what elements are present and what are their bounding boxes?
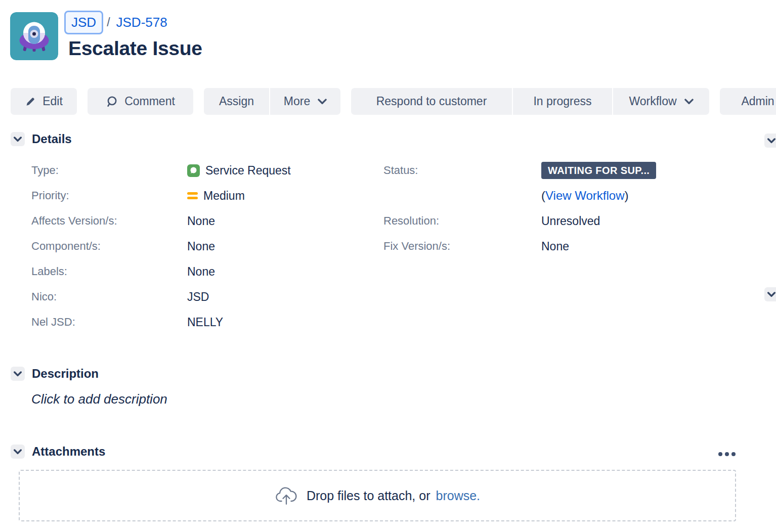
field-label: Nel JSD:: [31, 316, 187, 329]
field-value: None: [541, 240, 569, 253]
edit-button[interactable]: Edit: [11, 88, 77, 115]
admin-button[interactable]: Admin: [720, 88, 776, 115]
field-value: Unresolved: [541, 214, 600, 228]
breadcrumb-issue-link[interactable]: JSD-578: [116, 15, 167, 30]
field-value: JSD: [187, 290, 209, 304]
chevron-down-icon: [14, 371, 22, 377]
view-workflow-wrap: (View Workflow): [541, 189, 629, 203]
comment-button-label: Comment: [124, 95, 175, 108]
field-row-resolution: Resolution: Unresolved: [383, 208, 738, 234]
project-avatar: [10, 12, 58, 60]
page-title: Escalate Issue: [68, 37, 202, 60]
field-value: NELLY: [187, 316, 223, 329]
field-label: Component/s:: [31, 240, 187, 253]
details-section-title: Details: [32, 132, 72, 146]
right-panel-collapse-button[interactable]: [764, 134, 776, 148]
chevron-down-icon: [318, 99, 327, 105]
details-left-column: Type: Service Request Priority: Medium A…: [31, 158, 383, 335]
chevron-down-icon: [14, 137, 22, 142]
attachments-collapse-button[interactable]: [11, 445, 25, 459]
more-button[interactable]: More: [270, 88, 340, 115]
priority-value-text: Medium: [203, 189, 245, 203]
breadcrumb-separator: /: [107, 16, 110, 29]
respond-to-customer-label: Respond to customer: [376, 95, 487, 108]
view-workflow-link[interactable]: View Workflow: [545, 189, 625, 202]
more-button-label: More: [284, 95, 310, 108]
field-row-type: Type: Service Request: [31, 158, 383, 183]
description-collapse-button[interactable]: [11, 367, 25, 381]
field-value: None: [187, 214, 215, 228]
field-value: None: [187, 265, 215, 279]
assign-button[interactable]: Assign: [204, 88, 269, 115]
browse-link[interactable]: browse.: [436, 489, 481, 503]
type-value-text: Service Request: [205, 164, 291, 178]
admin-button-label: Admin: [741, 95, 774, 108]
chevron-down-icon: [14, 449, 22, 455]
description-placeholder[interactable]: Click to add description: [31, 391, 167, 407]
field-row-priority: Priority: Medium: [31, 183, 383, 208]
field-value: None: [187, 240, 215, 253]
dot: [731, 452, 736, 456]
field-row-components: Component/s: None: [31, 234, 383, 259]
paren-close: ): [625, 189, 629, 202]
attachments-section-title: Attachments: [32, 445, 105, 459]
details-section-header: Details: [11, 132, 72, 146]
chevron-down-icon: [684, 99, 694, 105]
field-label: Priority:: [31, 189, 187, 202]
field-label: Resolution:: [383, 214, 541, 228]
field-row-view-workflow: (View Workflow): [383, 183, 738, 208]
field-row-nico: Nico: JSD: [31, 284, 383, 309]
chevron-down-icon: [767, 138, 775, 144]
field-label: Nico:: [31, 290, 187, 303]
field-label: Affects Version/s:: [31, 214, 187, 228]
dot: [718, 452, 722, 456]
comment-icon: [106, 96, 118, 108]
description-section-header: Description: [11, 367, 99, 381]
assign-button-label: Assign: [219, 95, 254, 108]
breadcrumb: JSD / JSD-578: [64, 10, 167, 34]
respond-to-customer-button[interactable]: Respond to customer: [351, 88, 512, 115]
assign-more-group: Assign More: [204, 88, 340, 115]
field-label: Labels:: [31, 265, 187, 278]
field-value: Medium: [187, 189, 245, 203]
field-row-labels: Labels: None: [31, 259, 383, 284]
field-label: Fix Version/s:: [383, 240, 541, 253]
field-row-nel-jsd: Nel JSD: NELLY: [31, 309, 383, 335]
dot: [725, 452, 729, 456]
attachments-section-header: Attachments: [11, 445, 105, 459]
in-progress-button[interactable]: In progress: [513, 88, 612, 115]
edit-button-label: Edit: [42, 95, 63, 108]
description-section-title: Description: [32, 367, 99, 381]
dropzone-text: Drop files to attach, or: [307, 489, 430, 503]
comment-button[interactable]: Comment: [88, 88, 193, 115]
details-fields: Type: Service Request Priority: Medium A…: [31, 158, 776, 335]
cloud-upload-icon: [275, 486, 298, 505]
field-label: Type:: [31, 164, 187, 177]
workflow-button[interactable]: Workflow: [613, 88, 709, 115]
issue-toolbar: Edit Comment Assign More Respond to cust…: [11, 88, 776, 115]
service-request-icon: [187, 164, 200, 177]
field-row-fix-versions: Fix Version/s: None: [383, 234, 738, 259]
workflow-transition-group: Respond to customer In progress Workflow: [351, 88, 709, 115]
in-progress-label: In progress: [533, 95, 591, 108]
breadcrumb-project-link[interactable]: JSD: [64, 11, 103, 34]
field-row-affects-versions: Affects Version/s: None: [31, 208, 383, 234]
field-value: Service Request: [187, 164, 291, 178]
workflow-button-label: Workflow: [629, 95, 676, 108]
status-badge: WAITING FOR SUP...: [541, 162, 656, 179]
paren-open: (: [541, 189, 545, 202]
pencil-icon: [25, 96, 36, 107]
details-right-column: Status: WAITING FOR SUP... (View Workflo…: [383, 158, 738, 335]
field-row-status: Status: WAITING FOR SUP...: [383, 158, 738, 183]
field-label: Status:: [383, 164, 541, 177]
attachments-options-button[interactable]: [716, 450, 738, 458]
details-collapse-button[interactable]: [11, 132, 25, 146]
attachment-dropzone[interactable]: Drop files to attach, or browse.: [19, 470, 736, 521]
priority-medium-icon: [187, 192, 198, 199]
